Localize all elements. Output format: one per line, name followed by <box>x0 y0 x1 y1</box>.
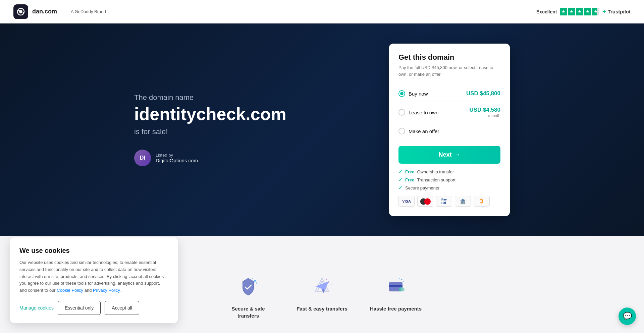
site-header: dan.com A GoDaddy Brand Excellent ★ ★ ★ … <box>0 0 644 23</box>
payment-mastercard: ⬤⬤ <box>417 196 433 207</box>
feature-secure-label: Secure & safe transfers <box>221 305 275 319</box>
card-subtitle: Pay the full USD $45,800 now, or select … <box>398 64 500 77</box>
svg-point-10 <box>331 284 332 285</box>
svg-point-3 <box>254 280 256 282</box>
radio-offer[interactable] <box>398 128 405 134</box>
logo-brand-text: A GoDaddy Brand <box>71 9 106 14</box>
svg-rect-12 <box>389 285 402 287</box>
hero-left: The domain name identitycheck.com is for… <box>134 93 389 166</box>
benefit-ownership: ✓ Free Ownership transfer <box>398 169 500 174</box>
option-lease-price: USD $4,580 /month <box>469 107 500 118</box>
star-2: ★ <box>568 8 575 15</box>
hero-content: The domain name identitycheck.com is for… <box>121 44 523 216</box>
cookie-title: We use cookies <box>19 247 168 255</box>
chat-icon: 💬 <box>623 312 632 321</box>
option-lease[interactable]: Lease to own USD $4,580 /month <box>398 102 500 123</box>
trustpilot-area: Excellent ★ ★ ★ ★ ★ ✦ Trustpilot <box>536 8 631 15</box>
benefit2-free: Free <box>405 177 414 182</box>
trustpilot-stars: ★ ★ ★ ★ ★ <box>560 8 599 15</box>
features-grid: Secure & safe transfers <box>134 273 510 319</box>
svg-point-14 <box>400 287 405 291</box>
option-buy-price: USD $45,800 <box>466 90 500 97</box>
radio-buy-inner <box>400 92 404 95</box>
next-arrow-icon: → <box>454 151 461 158</box>
payments-icon <box>382 273 409 300</box>
svg-point-8 <box>328 281 329 283</box>
check-icon-2: ✓ <box>398 177 402 182</box>
payment-bitcoin: ₿ <box>474 196 490 207</box>
star-5: ★ <box>592 8 599 15</box>
hero-forsale: is for sale! <box>134 127 389 136</box>
benefits-list: ✓ Free Ownership transfer ✓ Free Transac… <box>398 169 500 190</box>
chat-button[interactable]: 💬 <box>619 308 636 325</box>
option-lease-left: Lease to own <box>398 109 438 116</box>
check-icon-3: ✓ <box>398 185 402 190</box>
svg-point-9 <box>326 279 327 280</box>
check-icon-1: ✓ <box>398 169 402 174</box>
option-offer-left: Make an offer <box>398 128 439 134</box>
hero-subtitle: The domain name <box>134 93 389 102</box>
seller-label: Listed by <box>156 153 198 158</box>
svg-point-16 <box>403 281 404 282</box>
star-3: ★ <box>576 8 583 15</box>
payment-bank: 🏦 <box>455 196 471 207</box>
feature-payments-label: Hassle free payments <box>369 305 423 312</box>
manage-cookies-button[interactable]: Manage cookies <box>19 305 54 311</box>
trustpilot-name: ✦ Trustpilot <box>602 9 631 15</box>
option-buy-label: Buy now <box>409 91 428 97</box>
fast-transfers-icon <box>309 273 335 300</box>
payment-paypal: PayPal <box>436 196 452 207</box>
cookie-banner: We use cookies Our website uses cookies … <box>10 237 178 323</box>
star-1: ★ <box>560 8 567 15</box>
card-title: Get this domain <box>398 53 500 62</box>
star-4: ★ <box>584 8 591 15</box>
seller-info: Listed by DigitalOptions.com <box>156 153 198 163</box>
svg-point-15 <box>401 279 402 280</box>
option-offer-label: Make an offer <box>409 128 439 134</box>
next-button-label: Next <box>438 151 451 158</box>
trustpilot-label: Excellent <box>536 9 557 14</box>
option-buy-now[interactable]: Buy now USD $45,800 <box>398 86 500 102</box>
feature-fast-transfers: Fast & easy transfers <box>295 273 349 319</box>
seller-avatar: DI <box>134 150 151 166</box>
benefit2-text: Transaction support <box>417 177 455 182</box>
next-button[interactable]: Next → <box>398 146 500 164</box>
feature-fast-transfers-label: Fast & easy transfers <box>295 305 349 312</box>
hero-inner: The domain name identitycheck.com is for… <box>0 23 644 236</box>
seller-name: DigitalOptions.com <box>156 158 198 163</box>
accept-all-button[interactable]: Accept all <box>105 301 139 315</box>
hero-domain: identitycheck.com <box>134 105 389 124</box>
feature-payments: Hassle free payments <box>369 273 423 319</box>
payment-visa: VISA <box>398 196 415 207</box>
logo-area: dan.com A GoDaddy Brand <box>13 4 106 19</box>
lease-price-sub: /month <box>469 113 500 118</box>
privacy-policy-link[interactable]: Privacy Policy <box>93 288 120 293</box>
cookie-text: Our website uses cookies and similar tec… <box>19 259 168 294</box>
logo-dan-text: dan.com <box>32 8 57 15</box>
payment-icons: VISA ⬤⬤ PayPal 🏦 ₿ <box>398 196 500 207</box>
buy-price-main: USD $45,800 <box>466 90 500 97</box>
benefit-secure: ✓ Secure payments <box>398 185 500 190</box>
purchase-card: Get this domain Pay the full USD $45,800… <box>389 44 510 216</box>
feature-secure: Secure & safe transfers <box>221 273 275 319</box>
option-buy-left: Buy now <box>398 90 428 97</box>
benefit3-text: Secure payments <box>405 185 439 190</box>
cookie-period: . <box>121 288 123 293</box>
lease-price-main: USD $4,580 <box>469 107 500 113</box>
radio-buy-now[interactable] <box>398 90 405 97</box>
hero-seller: DI Listed by DigitalOptions.com <box>134 150 389 166</box>
radio-lease[interactable] <box>398 109 405 116</box>
secure-icon <box>235 273 262 300</box>
benefit-transaction: ✓ Free Transaction support <box>398 177 500 182</box>
svg-point-17 <box>399 278 400 279</box>
logo-divider <box>64 7 64 17</box>
benefit1-free: Free <box>405 169 414 174</box>
cookie-policy-link[interactable]: Cookie Policy <box>57 288 83 293</box>
essential-only-button[interactable]: Essential only <box>58 301 101 315</box>
logo-icon <box>13 4 28 19</box>
option-offer[interactable]: Make an offer <box>398 123 500 139</box>
features-grid-wrapper: Secure & safe transfers <box>121 253 523 333</box>
svg-point-5 <box>256 282 257 284</box>
cookie-buttons: Manage cookies Essential only Accept all <box>19 301 168 315</box>
benefit1-text: Ownership transfer <box>417 169 454 174</box>
